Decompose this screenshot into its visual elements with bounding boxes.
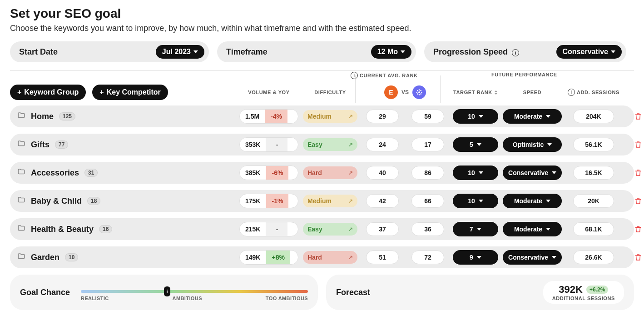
svg-point-3: [416, 92, 417, 93]
chevron-down-icon: [477, 256, 481, 259]
own-rank: 51: [366, 251, 399, 264]
expand-icon: ↗: [348, 198, 353, 204]
difficulty-pill[interactable]: Hard ↗: [303, 251, 357, 264]
start-date-dropdown[interactable]: Jul 2023: [156, 45, 204, 59]
folder-icon: [17, 252, 25, 263]
delete-row-button[interactable]: [625, 225, 644, 233]
keyword-row: Garden 10 149K +8% Hard ↗ 51 72 9 Conser…: [10, 246, 634, 268]
difficulty-pill[interactable]: Medium ↗: [303, 195, 357, 207]
chevron-down-icon: [401, 50, 405, 53]
slider-label-ambitious: AMBITIOUS: [173, 296, 202, 301]
info-icon[interactable]: i: [351, 72, 358, 79]
delete-row-button[interactable]: [625, 253, 644, 261]
difficulty-pill[interactable]: Easy ↗: [303, 223, 357, 236]
difficulty-value: Medium: [307, 197, 332, 205]
competitor-rank: 66: [411, 194, 444, 208]
volume-value: 175K: [240, 194, 266, 208]
delete-row-button[interactable]: [625, 140, 644, 149]
row-name-cell[interactable]: Baby & Child 18: [10, 196, 235, 206]
volume-value: 215K: [240, 222, 266, 236]
difficulty-value: Medium: [307, 113, 332, 120]
chevron-down-icon: [477, 228, 481, 231]
row-speed-dropdown[interactable]: Moderate: [503, 109, 562, 124]
yoy-value: -6%: [266, 166, 288, 180]
add-buttons: + Keyword Group + Key Competitor: [10, 74, 235, 100]
row-speed-dropdown[interactable]: Moderate: [503, 194, 562, 208]
volume-value: 385K: [240, 166, 266, 180]
difficulty-value: Hard: [307, 169, 322, 176]
row-name: Health & Beauty: [31, 225, 94, 234]
row-speed-dropdown[interactable]: Moderate: [503, 222, 562, 236]
row-name-cell[interactable]: Health & Beauty 16: [10, 224, 235, 235]
sessions-value: 16.5K: [573, 166, 614, 180]
yoy-value: -: [266, 138, 287, 151]
sessions-value: 204K: [573, 110, 614, 123]
target-rank-dropdown[interactable]: 7: [453, 222, 498, 236]
header-separator: [440, 75, 441, 103]
goal-chance-slider[interactable]: i REALISTIC AMBITIOUS TOO AMBITIOUS: [81, 284, 308, 301]
speed-value: Conservative: [563, 48, 609, 56]
expand-icon: ↗: [348, 170, 353, 176]
col-volume-yoy: VOLUME & YOY: [239, 79, 298, 95]
row-speed-dropdown[interactable]: Conservative: [503, 250, 562, 265]
timeframe-control: Timeframe 12 Mo: [217, 41, 416, 62]
chevron-down-icon: [546, 200, 550, 202]
difficulty-pill[interactable]: Hard ↗: [303, 166, 357, 179]
target-rank-dropdown[interactable]: 10: [453, 109, 498, 124]
row-count: 18: [87, 197, 100, 205]
folder-icon: [17, 196, 25, 206]
competitor-rank: 36: [411, 222, 444, 236]
row-name-cell[interactable]: Accessories 31: [10, 168, 235, 178]
sessions-value: 20K: [573, 194, 614, 208]
goal-chance-label: Goal Chance: [20, 288, 70, 297]
col-speed: SPEED: [503, 79, 562, 95]
controls-row: Start Date Jul 2023 Timeframe 12 Mo Prog…: [10, 41, 634, 62]
chevron-down-icon: [193, 50, 198, 53]
target-rank-dropdown[interactable]: 10: [453, 194, 498, 208]
row-speed-dropdown[interactable]: Optimistic: [503, 137, 562, 152]
speed-dropdown[interactable]: Conservative: [556, 45, 622, 59]
add-key-competitor-button[interactable]: + Key Competitor: [92, 85, 168, 100]
info-icon[interactable]: i: [568, 89, 575, 96]
forecast-label: Forecast: [336, 288, 370, 297]
target-rank-dropdown[interactable]: 5: [453, 137, 498, 152]
row-name-cell[interactable]: Home 125: [10, 111, 235, 122]
svg-point-4: [421, 92, 422, 93]
folder-icon: [17, 140, 25, 150]
target-rank-dropdown[interactable]: 9: [453, 250, 498, 265]
row-speed-value: Moderate: [514, 226, 542, 233]
delete-row-button[interactable]: [625, 112, 644, 120]
row-speed-value: Moderate: [514, 113, 542, 120]
timeframe-dropdown[interactable]: 12 Mo: [371, 45, 411, 59]
chevron-down-icon: [552, 256, 556, 259]
svg-point-8: [420, 93, 421, 95]
info-icon[interactable]: i: [512, 49, 519, 56]
row-name: Gifts: [31, 140, 50, 150]
yoy-value: -1%: [266, 194, 288, 208]
difficulty-pill[interactable]: Medium ↗: [303, 110, 357, 123]
speed-control: Progression Speed i Conservative: [424, 41, 626, 62]
keyword-row: Accessories 31 385K -6% Hard ↗ 40 86 10 …: [10, 162, 634, 184]
slider-handle[interactable]: i: [164, 286, 170, 296]
sessions-value: 26.6K: [573, 251, 614, 264]
delete-row-button[interactable]: [625, 169, 644, 177]
target-rank-value: 10: [468, 169, 475, 176]
page-title: Set your SEO goal: [10, 6, 634, 21]
col-target-rank[interactable]: TARGET RANK: [453, 79, 498, 95]
delete-row-button[interactable]: [625, 197, 644, 205]
chevron-down-icon: [479, 171, 483, 174]
row-count: 16: [99, 225, 112, 233]
own-rank: 29: [366, 110, 399, 123]
slider-label-too-ambitious: TOO AMBITIOUS: [266, 296, 308, 301]
yoy-value: -4%: [265, 110, 287, 123]
row-speed-dropdown[interactable]: Conservative: [503, 166, 562, 180]
target-rank-dropdown[interactable]: 10: [453, 166, 498, 180]
difficulty-pill[interactable]: Easy ↗: [303, 138, 357, 151]
volume-value: 353K: [240, 138, 266, 151]
add-keyword-group-button[interactable]: + Keyword Group: [10, 85, 86, 100]
row-name-cell[interactable]: Garden 10: [10, 252, 235, 263]
row-count: 31: [84, 169, 98, 177]
chevron-down-icon: [546, 115, 550, 118]
keyword-row: Home 125 1.5M -4% Medium ↗ 29 59 10 Mode…: [10, 105, 634, 127]
row-name-cell[interactable]: Gifts 77: [10, 140, 235, 150]
